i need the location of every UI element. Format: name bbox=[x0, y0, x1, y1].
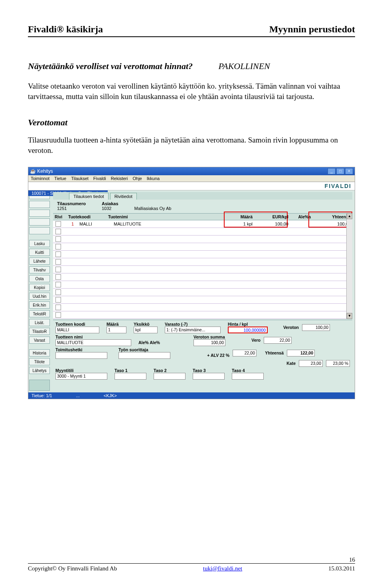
menu-toiminnot[interactable]: Toiminnot bbox=[31, 176, 49, 181]
lbl-taso3: Taso 3 bbox=[193, 368, 229, 373]
tool-icon-3[interactable] bbox=[29, 210, 50, 217]
side-lahete[interactable]: Lähete bbox=[29, 257, 50, 265]
close-button[interactable]: × bbox=[345, 168, 353, 174]
inp-yksikko[interactable]: kpl bbox=[134, 327, 158, 333]
inp-taso1[interactable] bbox=[115, 373, 146, 380]
grid-row-empty[interactable] bbox=[53, 304, 352, 311]
side-toolbar: Lasku Kuitti Lähete Tilvahv Osta Kopioi … bbox=[28, 190, 51, 392]
side-uudhin[interactable]: Uud.hin bbox=[29, 293, 50, 300]
row-checkbox[interactable] bbox=[55, 274, 61, 280]
tool-icon-4[interactable] bbox=[29, 218, 50, 226]
inp-taso4[interactable] bbox=[232, 373, 264, 380]
menu-ikkuna[interactable]: Ikkuna bbox=[147, 176, 160, 181]
lbl-hinta-kpl: Hinta / kpl bbox=[228, 322, 272, 327]
side-historia[interactable]: Historia bbox=[29, 349, 50, 356]
grid-row-empty[interactable] bbox=[53, 273, 352, 281]
lbl-veroton: Veroton bbox=[275, 325, 299, 330]
grid-scrollbar[interactable]: ▲▼ bbox=[346, 213, 352, 319]
cell-eur: 100,00 bbox=[254, 221, 290, 227]
inp-tyon-suorittaja[interactable] bbox=[118, 352, 170, 359]
side-varast[interactable]: Varast bbox=[29, 337, 50, 344]
section-paragraph-1: Valitse otetaanko veroton vai verollinen… bbox=[28, 81, 355, 101]
inp-varasto[interactable]: 1: (-7) Ensimmäine... bbox=[165, 327, 221, 333]
side-kuitti[interactable]: Kuitti bbox=[29, 249, 50, 256]
grid-row-empty[interactable] bbox=[53, 281, 352, 289]
lbl-tuotteen-nimi: Tuotteen nimi bbox=[55, 335, 135, 339]
side-tilastor[interactable]: TilastoR bbox=[29, 328, 50, 335]
row-checkbox[interactable] bbox=[55, 312, 61, 318]
grid-row-empty[interactable] bbox=[53, 266, 352, 273]
side-lasku[interactable]: Lasku bbox=[29, 240, 50, 247]
tool-icon-5[interactable] bbox=[29, 227, 50, 234]
row-checkbox[interactable] bbox=[55, 305, 61, 310]
row-checkbox[interactable] bbox=[55, 221, 61, 227]
tab-rivitiedot[interactable]: Rivitiedot bbox=[110, 193, 137, 200]
row-checkbox[interactable] bbox=[55, 282, 61, 287]
side-erikhin[interactable]: Erik.hin bbox=[29, 301, 50, 309]
app-screenshot: ☕ Kehitys _ □ × Toiminnot Tietue Tilauks… bbox=[28, 167, 355, 399]
side-tilvahv[interactable]: Tilvahv bbox=[29, 266, 50, 273]
col-rivi: Rivi bbox=[53, 214, 67, 220]
lbl-kate: Kate bbox=[276, 361, 296, 366]
inp-toimitushetki[interactable] bbox=[55, 352, 107, 359]
inp-tuotteen-nimi[interactable]: MALLITUOTE bbox=[55, 339, 131, 346]
row-checkbox[interactable] bbox=[55, 236, 61, 242]
side-lahetys[interactable]: Lähetys bbox=[29, 367, 50, 374]
inp-maara[interactable]: 1 bbox=[107, 327, 126, 333]
footer-email-link[interactable]: tuki@fivaldi.net bbox=[203, 565, 242, 572]
side-kopioi[interactable]: Kopioi bbox=[29, 284, 50, 291]
side-lisat[interactable]: Lisät. bbox=[29, 319, 50, 326]
lbl-myyntitili: Myyntitili bbox=[55, 368, 111, 373]
lbl-toimitushetki: Toimitushetki bbox=[55, 347, 115, 352]
grid-row-empty[interactable] bbox=[53, 258, 352, 266]
grid-row-empty[interactable] bbox=[53, 228, 352, 236]
menu-ohje[interactable]: Ohje bbox=[132, 176, 142, 181]
lbl-ale: Ale% Ale% bbox=[138, 335, 190, 345]
grid-row-1[interactable]: 1 MALLI MALLITUOTE 1 kpl 100,00 100,00 bbox=[53, 220, 352, 228]
col-tuotenimi: Tuotenimi bbox=[107, 214, 223, 220]
label-asiakas: Asiakas bbox=[102, 201, 118, 206]
window-title: Kehitys bbox=[37, 168, 53, 174]
grid-row-empty[interactable] bbox=[53, 296, 352, 304]
grid-row-empty[interactable] bbox=[53, 243, 352, 251]
value-asiakas: 1032 bbox=[102, 206, 118, 211]
cell-maara: 1 kpl bbox=[223, 221, 254, 227]
menu-rekisteri[interactable]: Rekisteri bbox=[111, 176, 128, 181]
row-checkbox[interactable] bbox=[55, 289, 61, 295]
inp-myyntitili[interactable]: 3000 - Myynti 1 bbox=[55, 373, 107, 380]
row-checkbox[interactable] bbox=[55, 267, 61, 272]
side-tekstir[interactable]: TekstiR bbox=[29, 310, 50, 317]
inp-taso2[interactable] bbox=[154, 373, 186, 380]
grid-row-empty[interactable] bbox=[53, 311, 352, 319]
row-checkbox[interactable] bbox=[55, 251, 61, 257]
minimize-button[interactable]: _ bbox=[328, 168, 336, 174]
section-question: Näytetäänkö verolliset vai verottomat hi… bbox=[28, 61, 193, 71]
label-tilausnumero: Tilausnumero bbox=[57, 201, 86, 206]
maximize-button[interactable]: □ bbox=[336, 168, 344, 174]
logo-icon bbox=[29, 380, 50, 391]
status-mid: ... bbox=[76, 393, 80, 398]
row-checkbox[interactable] bbox=[55, 229, 61, 234]
menu-tilaukset[interactable]: Tilaukset bbox=[71, 176, 89, 181]
col-ale: Ale%a bbox=[290, 214, 312, 220]
row-checkbox[interactable] bbox=[55, 259, 61, 265]
lbl-maara: Määrä bbox=[107, 322, 130, 327]
grid-row-empty[interactable] bbox=[53, 289, 352, 296]
grid-row-empty[interactable] bbox=[53, 236, 352, 243]
detail-panel: Tuotteen koodiMALLI Määrä1 Yksikkökpl Va… bbox=[53, 320, 352, 382]
menu-tietue[interactable]: Tietue bbox=[54, 176, 66, 181]
lbl-vero: Vero bbox=[241, 338, 261, 343]
inp-tuotteen-koodi[interactable]: MALLI bbox=[55, 327, 99, 333]
row-checkbox[interactable] bbox=[55, 297, 61, 303]
inp-hinta-kpl[interactable]: 100,000000 bbox=[228, 327, 268, 333]
lbl-yksikko: Yksikkö bbox=[134, 322, 162, 327]
inp-taso3[interactable] bbox=[193, 373, 225, 380]
grid-row-empty[interactable] bbox=[53, 251, 352, 258]
side-tiliote[interactable]: Tiliote bbox=[29, 358, 50, 365]
side-osta[interactable]: Osta bbox=[29, 275, 50, 282]
menu-fivaldi[interactable]: Fivaldi bbox=[93, 176, 106, 181]
tool-icon-2[interactable] bbox=[29, 201, 50, 208]
tab-tilauksen-tiedot[interactable]: Tilauksen tiedot bbox=[69, 193, 109, 200]
row-checkbox[interactable] bbox=[55, 244, 61, 249]
section-paragraph-2: Tilausruudulla tuotteen a-hinta syötetää… bbox=[28, 135, 355, 155]
